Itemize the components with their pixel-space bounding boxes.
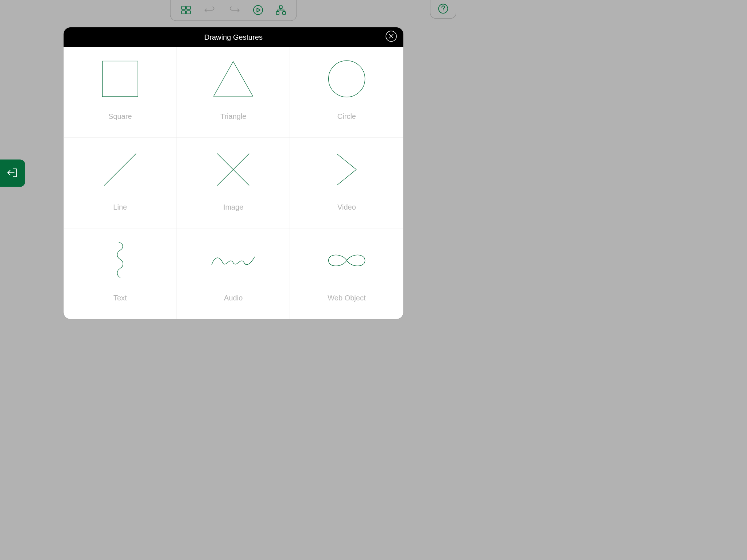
- gesture-label: Line: [113, 203, 127, 211]
- svg-point-4: [253, 5, 263, 15]
- svg-rect-3: [187, 11, 190, 14]
- gesture-label: Triangle: [220, 112, 247, 121]
- svg-rect-1: [187, 6, 190, 9]
- help-button[interactable]: [430, 0, 457, 19]
- circle-icon: [328, 59, 365, 98]
- grid-icon[interactable]: [181, 5, 191, 16]
- gesture-audio[interactable]: Audio: [177, 228, 290, 319]
- drawing-gestures-modal: Drawing Gestures Square Triangle Cir: [63, 27, 403, 319]
- gesture-label: Text: [113, 294, 127, 302]
- help-icon: [438, 3, 449, 15]
- play-icon[interactable]: [253, 5, 264, 16]
- exit-icon: [6, 166, 19, 180]
- gesture-video[interactable]: Video: [290, 138, 403, 229]
- gesture-square[interactable]: Square: [63, 47, 177, 138]
- wave-icon: [210, 241, 256, 280]
- gesture-label: Image: [223, 203, 244, 211]
- gesture-label: Web Object: [328, 294, 365, 302]
- gesture-label: Circle: [337, 112, 356, 121]
- close-button[interactable]: [386, 31, 397, 44]
- svg-rect-0: [182, 6, 185, 9]
- gesture-label: Video: [337, 203, 356, 211]
- gesture-image[interactable]: Image: [177, 138, 290, 229]
- line-icon: [102, 150, 138, 189]
- undo-icon[interactable]: [204, 5, 216, 16]
- svg-line-13: [104, 153, 136, 186]
- square-icon: [102, 59, 138, 98]
- svg-point-9: [443, 11, 444, 11]
- squiggle-vertical-icon: [112, 241, 128, 280]
- gesture-web-object[interactable]: Web Object: [290, 228, 403, 319]
- svg-rect-6: [276, 12, 279, 15]
- triangle-icon: [213, 59, 254, 98]
- infinity-icon: [324, 241, 369, 280]
- gesture-triangle[interactable]: Triangle: [177, 47, 290, 138]
- chevron-right-icon: [333, 150, 360, 189]
- svg-rect-11: [102, 61, 138, 97]
- gesture-grid: Square Triangle Circle Line Image: [63, 47, 403, 319]
- x-icon: [215, 150, 252, 189]
- hierarchy-icon[interactable]: [275, 5, 286, 16]
- svg-rect-7: [283, 12, 286, 15]
- exit-tab[interactable]: [0, 160, 25, 187]
- gesture-label: Audio: [224, 294, 243, 302]
- gesture-text[interactable]: Text: [63, 228, 177, 319]
- modal-title: Drawing Gestures: [204, 33, 263, 41]
- svg-point-12: [328, 61, 365, 97]
- redo-icon[interactable]: [228, 5, 241, 16]
- modal-header: Drawing Gestures: [63, 27, 403, 47]
- svg-rect-2: [182, 11, 185, 14]
- gesture-circle[interactable]: Circle: [290, 47, 403, 138]
- svg-rect-5: [279, 6, 282, 9]
- gesture-line[interactable]: Line: [63, 138, 177, 229]
- gesture-label: Square: [108, 112, 132, 121]
- editor-toolbar: [170, 0, 297, 21]
